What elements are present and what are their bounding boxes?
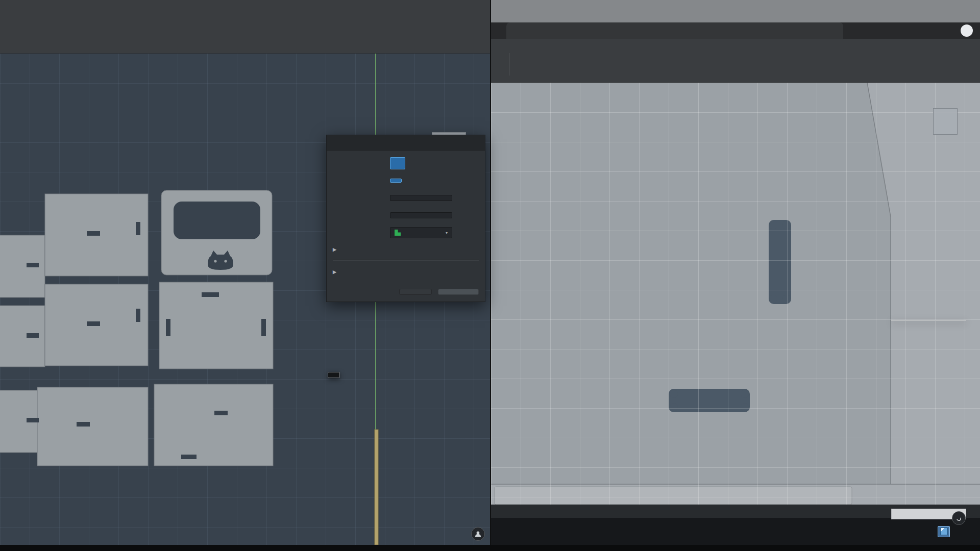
lower-panel-part <box>495 487 852 505</box>
notifications-icon[interactable] <box>925 26 935 36</box>
advanced-section-toggle[interactable]: ▶ <box>333 241 479 258</box>
gear-icon[interactable] <box>963 527 973 536</box>
chevron-down-icon: ▾ <box>446 231 448 235</box>
viewport-right[interactable] <box>491 83 980 505</box>
thin-stick-part <box>375 430 378 545</box>
corner-type-icon <box>395 230 401 236</box>
hovered-timeline-feature[interactable] <box>938 526 950 537</box>
web-icon[interactable] <box>889 26 899 36</box>
dialog-header[interactable] <box>327 135 485 151</box>
triangle-right-icon: ▶ <box>333 269 336 274</box>
dogbone-slot-horizontal <box>669 389 750 412</box>
document-icon <box>511 27 520 35</box>
selection-mode-body-button[interactable] <box>390 157 405 169</box>
dogbone-slot-vertical <box>769 220 791 304</box>
left-menubar <box>0 0 490 13</box>
viewport-prompt-tooltip <box>328 372 340 378</box>
bottom-strip <box>0 545 980 551</box>
timeline <box>491 518 980 545</box>
document-tab[interactable] <box>506 22 843 39</box>
cancel-button[interactable] <box>438 289 479 295</box>
feature-icon <box>940 528 948 535</box>
user-presence-badge[interactable] <box>471 527 485 541</box>
triangle-right-icon: ▶ <box>333 247 336 252</box>
fusion-window-right <box>490 0 980 545</box>
divider <box>333 260 479 261</box>
viewcube-face-top[interactable] <box>933 108 958 135</box>
selection-mode-feature-button[interactable] <box>409 157 424 169</box>
left-toolbar <box>0 13 490 54</box>
selection-mode-face-button[interactable] <box>428 157 443 169</box>
document-tabbar <box>491 22 980 39</box>
viewcube[interactable] <box>925 95 974 146</box>
status-badge[interactable] <box>952 511 966 525</box>
tool-diameter-input[interactable] <box>390 195 452 201</box>
clipped-toolbar-icon[interactable] <box>0 19 8 34</box>
bodies-select-button[interactable] <box>390 179 402 183</box>
fusion-window-left: ▾ ▶ ▶ <box>0 0 490 545</box>
dogbone-feature-list <box>891 320 966 321</box>
cad-plate <box>491 83 980 505</box>
account-avatar[interactable] <box>961 24 973 37</box>
desktop: ▾ ▶ ▶ <box>0 0 980 551</box>
license-section-toggle[interactable]: ▶ <box>333 264 479 280</box>
nifty-dogbone-dialog: ▾ ▶ ▶ <box>326 135 485 302</box>
help-icon[interactable] <box>943 26 952 36</box>
right-toolbar <box>491 52 980 83</box>
additional-clearance-input[interactable] <box>390 212 452 218</box>
type-dropdown[interactable]: ▾ <box>390 227 452 238</box>
right-menubar <box>491 39 980 52</box>
ok-button[interactable] <box>399 289 432 295</box>
status-icon[interactable] <box>907 26 917 36</box>
window-title-area <box>491 0 980 22</box>
info-icon[interactable] <box>333 287 342 296</box>
